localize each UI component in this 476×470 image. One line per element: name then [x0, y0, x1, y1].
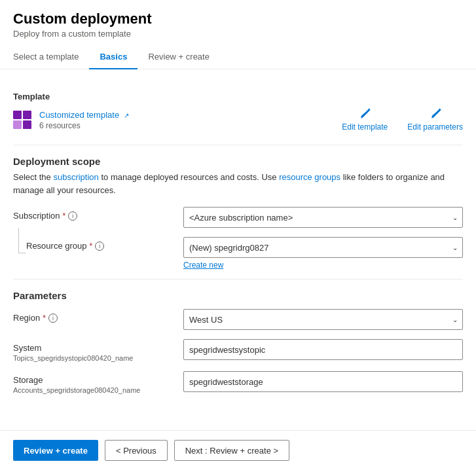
- region-label: Region * i: [13, 313, 183, 323]
- previous-button[interactable]: < Previous: [105, 440, 168, 461]
- tab-basics[interactable]: Basics: [89, 45, 137, 69]
- region-label-col: Region * i: [13, 309, 183, 323]
- deployment-scope-title: Deployment scope: [13, 156, 463, 167]
- system-row: System Topics_spegridsystopic080420_name: [13, 339, 463, 362]
- page-subtitle: Deploy from a custom template: [13, 29, 463, 39]
- subscription-link[interactable]: subscription: [53, 172, 98, 182]
- create-new-link[interactable]: Create new: [183, 261, 463, 270]
- system-label-col: System Topics_spegridsystopic080420_name: [13, 339, 183, 362]
- region-info-icon[interactable]: i: [48, 314, 58, 323]
- region-row: Region * i West US ⌄: [13, 309, 463, 330]
- subscription-dropdown-wrapper: <Azure subscription name> ⌄: [183, 207, 463, 228]
- wizard-footer: Review + create < Previous Next : Review…: [0, 430, 476, 470]
- template-resources: 6 resources: [39, 121, 129, 130]
- template-row: Customized template ↗ 6 resources Edit t…: [13, 108, 463, 132]
- section-divider-1: [13, 145, 463, 145]
- main-content: Template Customized template ↗: [0, 69, 476, 456]
- resource-group-label-col: Resource group * i: [13, 237, 183, 251]
- subscription-row: Subscription * i <Azure subscription nam…: [13, 207, 463, 228]
- icon-cell-2: [23, 111, 31, 119]
- template-section-label: Template: [13, 92, 463, 101]
- parameters-section: Parameters Region * i West US ⌄: [13, 290, 463, 394]
- scope-description: Select the subscription to manage deploy…: [13, 171, 463, 196]
- subscription-required: *: [63, 211, 66, 221]
- section-divider-2: [13, 279, 463, 280]
- deployment-scope-section: Deployment scope Select the subscription…: [13, 156, 463, 270]
- wizard-tabs: Select a template Basics Review + create: [0, 45, 476, 69]
- system-label-main: System: [13, 343, 183, 353]
- template-actions: Edit template Edit parameters: [342, 108, 463, 132]
- external-link-icon: ↗: [124, 112, 129, 119]
- subscription-input-col: <Azure subscription name> ⌄: [183, 207, 463, 228]
- edit-template-pencil-icon: [359, 108, 371, 120]
- template-info: Customized template ↗ 6 resources: [13, 110, 129, 130]
- icon-cell-1: [13, 111, 22, 119]
- storage-input-col: [183, 371, 463, 392]
- tab-review-create[interactable]: Review + create: [137, 45, 220, 69]
- template-name-link[interactable]: Customized template ↗: [39, 110, 129, 120]
- page-header: Custom deployment Deploy from a custom t…: [0, 0, 476, 45]
- subscription-label-col: Subscription * i: [13, 207, 183, 221]
- subscription-info-icon[interactable]: i: [68, 211, 77, 221]
- region-dropdown-wrapper: West US ⌄: [183, 309, 463, 330]
- edit-template-button[interactable]: Edit template: [342, 108, 388, 132]
- storage-input[interactable]: [183, 371, 463, 392]
- storage-row: Storage Accounts_spegridstorage080420_na…: [13, 371, 463, 394]
- system-input[interactable]: [183, 339, 463, 360]
- storage-label-col: Storage Accounts_spegridstorage080420_na…: [13, 371, 183, 394]
- template-name-anchor[interactable]: Customized template ↗: [39, 110, 129, 120]
- template-icon: [13, 111, 31, 129]
- resource-groups-link[interactable]: resource groups: [279, 172, 340, 182]
- tab-select-template[interactable]: Select a template: [13, 45, 89, 69]
- subscription-label: Subscription * i: [13, 211, 183, 221]
- region-required: *: [43, 314, 46, 323]
- resource-group-row: Resource group * i (New) spegridrg0827 ⌄…: [13, 237, 463, 270]
- icon-cell-4: [23, 120, 31, 129]
- storage-label-main: Storage: [13, 375, 183, 385]
- region-dropdown[interactable]: West US: [183, 309, 463, 330]
- region-input-col: West US ⌄: [183, 309, 463, 330]
- resource-group-required: *: [90, 242, 93, 251]
- resource-group-info-icon[interactable]: i: [95, 242, 104, 251]
- page-title: Custom deployment: [13, 10, 463, 27]
- parameters-title: Parameters: [13, 290, 463, 301]
- icon-cell-3: [13, 120, 22, 129]
- resource-group-dropdown[interactable]: (New) spegridrg0827: [183, 237, 463, 258]
- next-button[interactable]: Next : Review + create >: [174, 440, 289, 461]
- system-input-col: [183, 339, 463, 360]
- system-sublabel: Topics_spegridsystopic080420_name: [13, 354, 183, 362]
- subscription-dropdown[interactable]: <Azure subscription name>: [183, 207, 463, 228]
- review-create-button[interactable]: Review + create: [13, 440, 98, 461]
- resource-group-label: Resource group * i: [26, 241, 104, 251]
- resource-group-input-col: (New) spegridrg0827 ⌄ Create new: [183, 237, 463, 270]
- edit-parameters-pencil-icon: [430, 108, 441, 120]
- template-details: Customized template ↗ 6 resources: [39, 110, 129, 130]
- edit-parameters-button[interactable]: Edit parameters: [407, 108, 463, 132]
- resource-group-dropdown-wrapper: (New) spegridrg0827 ⌄: [183, 237, 463, 258]
- storage-sublabel: Accounts_spegridstorage080420_name: [13, 386, 183, 394]
